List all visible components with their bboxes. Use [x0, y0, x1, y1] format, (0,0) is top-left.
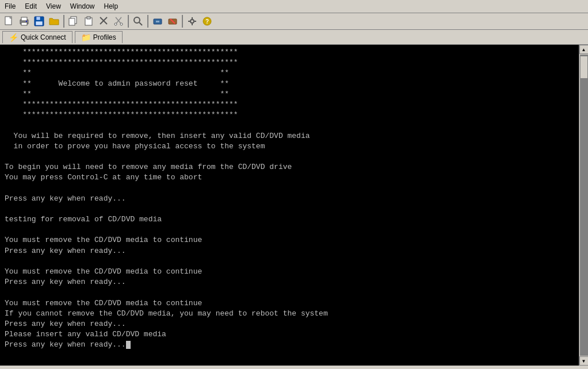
svg-rect-12	[87, 17, 90, 19]
svg-rect-10	[69, 18, 75, 25]
svg-rect-7	[36, 17, 40, 20]
separator-4	[182, 15, 183, 28]
svg-rect-3	[21, 17, 27, 21]
new-button[interactable]	[2, 14, 16, 28]
svg-rect-4	[21, 22, 27, 25]
menu-help[interactable]: Help	[100, 1, 123, 11]
print-button[interactable]	[17, 14, 31, 28]
scroll-up-button[interactable]: ▲	[579, 45, 589, 54]
svg-point-19	[134, 17, 140, 23]
svg-point-5	[26, 21, 27, 22]
settings-button[interactable]	[185, 14, 199, 28]
svg-point-18	[120, 23, 123, 25]
open-button[interactable]	[47, 14, 61, 28]
toolbar: ?	[0, 13, 588, 30]
copy-button[interactable]	[67, 14, 81, 28]
save-button[interactable]	[32, 14, 46, 28]
disconnect-button[interactable]	[166, 14, 180, 28]
connect-button[interactable]	[151, 14, 165, 28]
svg-line-20	[139, 22, 142, 25]
separator-3	[147, 15, 148, 28]
svg-point-17	[114, 23, 117, 25]
scroll-down-button[interactable]: ▼	[579, 356, 589, 366]
scroll-thumb[interactable]	[580, 56, 588, 79]
cut2-button[interactable]	[112, 14, 125, 28]
menubar: File Edit View Window Help	[0, 0, 588, 13]
paste-button[interactable]	[82, 14, 96, 28]
svg-text:?: ?	[205, 18, 209, 25]
find-button[interactable]	[131, 14, 145, 28]
cursor	[126, 341, 131, 349]
menu-edit[interactable]: Edit	[20, 1, 41, 11]
separator-2	[128, 15, 129, 28]
separator-1	[63, 15, 64, 28]
tab-quick-connect[interactable]: ⚡ Quick Connect	[2, 31, 72, 43]
svg-rect-22	[156, 21, 159, 22]
scroll-track[interactable]	[580, 55, 588, 356]
help-button[interactable]: ?	[200, 14, 214, 28]
terminal-output[interactable]: ****************************************…	[0, 45, 579, 366]
tab-quick-connect-label: Quick Connect	[21, 33, 66, 41]
profiles-icon: 📁	[81, 33, 91, 42]
svg-rect-8	[36, 21, 43, 25]
menu-window[interactable]: Window	[66, 1, 100, 11]
tabsbar: ⚡ Quick Connect 📁 Profiles	[0, 30, 588, 45]
cut-button[interactable]	[97, 14, 110, 28]
menu-file[interactable]: File	[0, 1, 20, 11]
svg-point-25	[190, 20, 194, 23]
menu-view[interactable]: View	[41, 1, 66, 11]
main-area: ****************************************…	[0, 45, 588, 366]
tab-profiles-label: Profiles	[93, 33, 116, 41]
quick-connect-icon: ⚡	[9, 33, 18, 42]
vertical-scrollbar[interactable]: ▲ ▼	[579, 45, 588, 366]
tab-profiles[interactable]: 📁 Profiles	[75, 31, 123, 43]
